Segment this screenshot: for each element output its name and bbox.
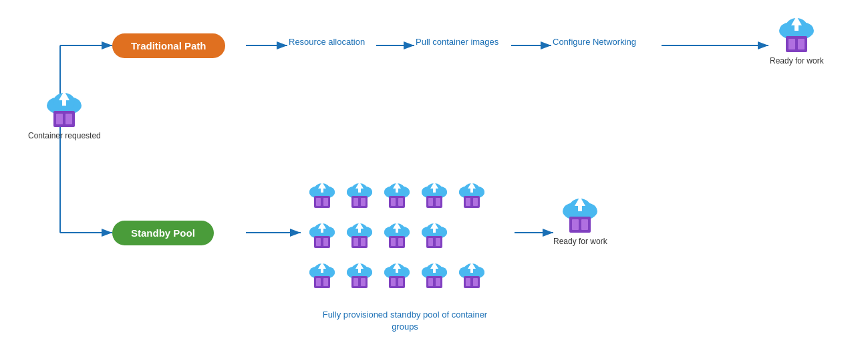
pool-icon-2-1 [307,219,337,249]
pool-icon-1-5 [457,179,486,209]
svg-rect-135 [391,278,396,286]
ready-for-work-bottom-icon: Ready for work [553,193,607,247]
svg-rect-108 [428,238,433,246]
svg-rect-28 [798,39,805,49]
pool-icon-1-1 [307,179,337,209]
svg-rect-43 [358,188,361,193]
svg-rect-64 [436,198,440,206]
pool-icon-2-4 [420,219,449,249]
svg-rect-109 [436,238,440,246]
svg-rect-151 [470,268,473,273]
svg-rect-37 [323,198,328,206]
svg-rect-160 [578,205,582,211]
svg-rect-63 [428,198,433,206]
svg-rect-106 [433,228,436,233]
pool-icon-2-2 [345,219,374,249]
svg-rect-136 [398,278,403,286]
pool-icon-2-3 [382,219,412,249]
svg-rect-127 [361,278,366,286]
svg-rect-61 [433,188,436,193]
pool-icon-1-4 [420,179,449,209]
svg-rect-34 [321,188,323,193]
svg-rect-27 [788,39,795,49]
pool-icon-1-2 [345,179,374,209]
resource-allocation-label: Resource allocation [289,37,365,47]
svg-rect-52 [396,188,398,193]
svg-rect-79 [321,228,323,233]
svg-rect-25 [794,24,799,31]
svg-rect-45 [353,198,358,206]
ready-for-work-bottom-label: Ready for work [553,237,607,247]
svg-rect-88 [358,228,361,233]
svg-rect-19 [65,114,72,124]
traditional-path-button[interactable]: Traditional Path [112,33,225,58]
svg-rect-118 [323,278,328,286]
box-svg-top [784,35,809,53]
ready-for-work-top-label: Ready for work [770,56,824,67]
pool-icon-1-3 [382,179,412,209]
svg-rect-124 [358,268,361,273]
diagram-container: Container requested Traditional Path Res… [0,0,868,353]
svg-rect-82 [323,238,328,246]
container-requested-label: Container requested [28,131,101,142]
svg-rect-55 [398,198,403,206]
svg-rect-91 [361,238,366,246]
svg-rect-100 [398,238,403,246]
svg-rect-18 [56,114,63,124]
svg-rect-70 [470,188,473,193]
svg-rect-72 [466,198,470,206]
standby-pool-button[interactable]: Standby Pool [112,221,214,245]
pool-icon-3-4 [420,259,449,289]
svg-rect-133 [396,268,398,273]
svg-rect-144 [428,278,433,286]
pull-container-images-label: Pull container images [416,37,498,47]
svg-rect-142 [433,268,436,273]
ready-for-work-top-icon: Ready for work [770,12,824,67]
svg-rect-81 [316,238,321,246]
pool-icon-3-3 [382,259,412,289]
svg-rect-73 [473,198,478,206]
pool-icon-3-2 [345,259,374,289]
svg-rect-16 [62,99,66,106]
box-svg-main [52,110,76,128]
svg-rect-117 [316,278,321,286]
svg-rect-162 [572,219,579,230]
fully-provisioned-label: Fully provisioned standby pool of contai… [318,309,492,333]
svg-rect-153 [466,278,470,286]
svg-rect-36 [316,198,321,206]
configure-networking-label: Configure Networking [553,37,636,47]
svg-rect-154 [473,278,478,286]
container-requested-icon: Container requested [28,87,101,142]
box-svg-bottom [568,215,592,234]
pool-icon-3-1 [307,259,337,289]
svg-rect-126 [353,278,358,286]
svg-rect-115 [321,268,323,273]
svg-rect-90 [353,238,358,246]
svg-rect-163 [581,219,588,230]
svg-rect-99 [391,238,396,246]
pool-icon-3-5 [457,259,486,289]
svg-rect-97 [396,228,398,233]
svg-rect-46 [361,198,366,206]
svg-rect-145 [436,278,440,286]
svg-rect-54 [391,198,396,206]
